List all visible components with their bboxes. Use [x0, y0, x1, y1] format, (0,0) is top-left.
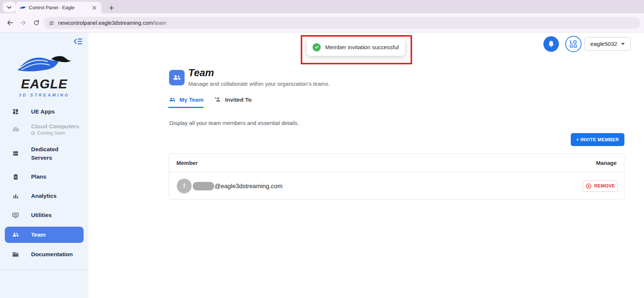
tune-icon: [49, 20, 54, 26]
sidebar-item-label: Dedicated Servers: [31, 145, 75, 162]
collapse-sidebar-icon[interactable]: [74, 38, 82, 47]
sidebar-item-analytics[interactable]: Analytics: [0, 188, 88, 204]
forward-button[interactable]: [16, 13, 30, 32]
remove-label: REMOVE: [594, 183, 615, 189]
logo-subtitle: 3D STREAMING: [0, 93, 88, 97]
browser-tab[interactable]: Control Panel - Eagle: [16, 2, 101, 13]
sidebar-item-label: UE Apps: [31, 108, 55, 115]
tab-search-button[interactable]: [3, 2, 16, 12]
clock-icon: [31, 131, 35, 135]
eagle-favicon-icon: [19, 6, 26, 10]
url-bar[interactable]: newcontrolpanel.eagle3dstreaming.com/tea…: [44, 17, 640, 29]
sidebar-divider: [0, 270, 88, 270]
member-email: @eagle3dstreaming.com: [215, 183, 283, 190]
bell-icon: [547, 40, 555, 48]
toast-message: Member invitation successful: [325, 44, 399, 51]
page-title: Team: [188, 67, 214, 79]
utilities-display-icon: [11, 211, 20, 219]
bar-chart-icon: [11, 193, 20, 200]
cloud-check-icon: [11, 125, 20, 133]
team-page-icon: [169, 70, 185, 85]
team-tabs: My Team Invited To: [168, 96, 252, 108]
invite-member-button[interactable]: + INVITE MEMBER: [571, 133, 624, 146]
sidebar-item-documentation[interactable]: Documentation: [0, 246, 88, 263]
logo-title: EAGLE: [0, 77, 88, 90]
page-subtitle: Manage and collaborate within your organ…: [188, 81, 330, 87]
coming-soon-badge: Coming Soon: [31, 131, 79, 136]
avatar: f: [177, 179, 192, 193]
page-description: Display all your team members and essent…: [169, 120, 299, 126]
folder-icon: [11, 251, 20, 258]
people-icon: [168, 96, 176, 104]
circle-x-icon: [586, 183, 592, 189]
sidebar-item-label: Cloud Computers: [31, 123, 79, 130]
main-content: Member invitation successful LO GO eagle…: [88, 33, 644, 298]
sidebar-item-label: Plans: [31, 173, 46, 180]
url-domain: newcontrolpanel.eagle3dstreaming.com: [58, 20, 153, 26]
sidebar-item-team[interactable]: Team: [5, 227, 84, 243]
browser-tabstrip: Control Panel - Eagle: [0, 0, 644, 13]
chevron-down-icon: [7, 4, 11, 10]
tab-invited-to[interactable]: Invited To: [214, 96, 252, 108]
success-toast: Member invitation successful: [307, 38, 405, 56]
sidebar-item-label: Utilities: [31, 212, 52, 219]
tab-label: My Team: [179, 96, 203, 103]
notifications-bell-button[interactable]: [543, 36, 559, 52]
sidebar-item-label: Documentation: [31, 251, 73, 258]
remove-member-button[interactable]: REMOVE: [583, 180, 618, 192]
new-tab-button[interactable]: [107, 3, 116, 13]
sidebar: EAGLE 3D STREAMING UE Apps Cloud Compute…: [0, 33, 88, 298]
sidebar-item-label: Analytics: [31, 193, 57, 199]
person-plus-icon: [214, 96, 222, 104]
manage-column-header: Manage: [596, 160, 617, 166]
table-row: f @eagle3dstreaming.com REMOVE: [169, 172, 624, 200]
table-header-row: Member Manage: [169, 154, 624, 172]
sidebar-item-plans[interactable]: Plans: [0, 169, 88, 185]
browser-toolbar: newcontrolpanel.eagle3dstreaming.com/tea…: [0, 13, 644, 33]
sidebar-item-cloud-computers[interactable]: Cloud Computers Coming Soon: [0, 120, 88, 139]
org-logo-text-bottom: GO: [569, 44, 577, 48]
eagle-logo: EAGLE 3D STREAMING: [0, 53, 88, 97]
grid-icon: [11, 108, 20, 115]
redacted-username: [193, 182, 214, 190]
sidebar-item-label: Team: [31, 231, 45, 238]
url-path: /team: [153, 20, 166, 26]
url-text: newcontrolpanel.eagle3dstreaming.com/tea…: [58, 20, 166, 26]
servers-icon: [11, 150, 20, 157]
tab-my-team[interactable]: My Team: [168, 96, 203, 108]
members-table: Member Manage f @eagle3dstreaming.com RE…: [169, 153, 624, 200]
account-dropdown[interactable]: eagle5032: [584, 37, 631, 51]
tab-label: Invited To: [225, 96, 252, 103]
check-circle-icon: [313, 43, 321, 51]
clipboard-icon: [11, 173, 20, 180]
tab-close-icon[interactable]: [91, 4, 98, 11]
browser-window: Control Panel - Eagle newcontrolpanel.ea…: [0, 0, 644, 298]
sidebar-item-ue-apps[interactable]: UE Apps: [0, 104, 88, 120]
eagle-swoosh-icon: [16, 71, 73, 77]
tab-title: Control Panel - Eagle: [29, 5, 88, 10]
sidebar-item-dedicated-servers[interactable]: Dedicated Servers: [0, 141, 88, 166]
member-column-header: Member: [176, 160, 198, 166]
team-group-icon: [11, 231, 20, 239]
sidebar-item-utilities[interactable]: Utilities: [0, 207, 88, 223]
account-name: eagle5032: [590, 41, 617, 47]
chevron-down-icon: [621, 43, 625, 45]
org-logo-badge[interactable]: LO GO: [565, 36, 581, 52]
reload-button[interactable]: [30, 13, 43, 32]
back-button[interactable]: [3, 13, 16, 32]
